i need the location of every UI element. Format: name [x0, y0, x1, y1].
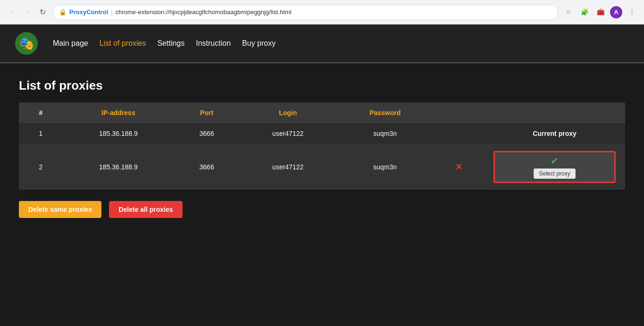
nav-instruction[interactable]: Instruction: [196, 39, 231, 48]
select-proxy-button[interactable]: Select proxy: [534, 168, 575, 179]
delete-all-proxies-button[interactable]: Delete all proxies: [109, 201, 182, 218]
reload-button[interactable]: ↻: [36, 6, 49, 19]
browser-actions: ☆ 🧩 🧰 A ⋮: [562, 6, 638, 19]
extensions-button[interactable]: 🧰: [594, 6, 607, 19]
table-row: 2 185.36.188.9 3666 user47122 suqm3n ✕ ✔…: [19, 144, 625, 190]
extension-name: ProxyControl: [69, 8, 108, 16]
bookmark-button[interactable]: ☆: [562, 6, 575, 19]
nav-buy-proxy[interactable]: Buy proxy: [242, 39, 276, 48]
address-url: chrome-extension://hjocpjdeacglfchomobaa…: [116, 8, 552, 16]
row2-ip: 185.36.188.9: [63, 144, 174, 190]
main-nav: Main page List of proxies Settings Instr…: [53, 39, 276, 48]
table-body: 1 185.36.188.9 3666 user47122 suqm3n Cur…: [19, 123, 625, 190]
table-row: 1 185.36.188.9 3666 user47122 suqm3n Cur…: [19, 123, 625, 144]
col-ip: IP-address: [63, 102, 174, 123]
row2-delete-cell: ✕: [434, 144, 484, 190]
row1-actions: [434, 123, 484, 144]
select-proxy-highlight: ✔ Select proxy: [493, 151, 616, 183]
forward-button[interactable]: →: [21, 6, 34, 19]
col-login: Login: [239, 102, 336, 123]
logo-icon: 🎭: [15, 32, 38, 55]
logo-container: 🎭: [15, 32, 38, 55]
nav-main-page[interactable]: Main page: [53, 39, 88, 48]
menu-button[interactable]: ⋮: [625, 6, 638, 19]
nav-buttons: ← → ↻: [6, 6, 49, 19]
col-password: Password: [336, 102, 434, 123]
row2-select-cell: ✔ Select proxy: [484, 144, 625, 190]
main-content: List of proxies # IP-address Port Login …: [0, 63, 644, 326]
delete-proxy-button[interactable]: ✕: [455, 162, 462, 172]
row1-ip: 185.36.188.9: [63, 123, 174, 144]
nav-list-of-proxies[interactable]: List of proxies: [100, 39, 146, 48]
col-num: #: [19, 102, 63, 123]
row1-password: suqm3n: [336, 123, 434, 144]
page-title: List of proxies: [19, 78, 625, 93]
row2-port: 3666: [174, 144, 239, 190]
col-port: Port: [174, 102, 239, 123]
extension-puzzle-button[interactable]: 🧩: [578, 6, 591, 19]
action-buttons: Delete same proxies Delete all proxies: [19, 201, 625, 218]
row1-num: 1: [19, 123, 63, 144]
profile-avatar[interactable]: A: [610, 6, 622, 18]
row2-num: 2: [19, 144, 63, 190]
table-header-row: # IP-address Port Login Password: [19, 102, 625, 123]
row1-login: user47122: [239, 123, 336, 144]
check-circle-icon: ✔: [551, 155, 559, 167]
separator: |: [111, 8, 112, 16]
back-button[interactable]: ←: [6, 6, 19, 19]
lock-icon: 🔒: [59, 8, 67, 16]
address-bar[interactable]: 🔒 ProxyControl | chrome-extension://hjoc…: [53, 5, 558, 20]
table-head: # IP-address Port Login Password: [19, 102, 625, 123]
row2-login: user47122: [239, 144, 336, 190]
col-select: [484, 102, 625, 123]
current-proxy-label: Current proxy: [484, 123, 625, 144]
proxy-table-container: # IP-address Port Login Password 1 185.3…: [19, 102, 625, 190]
row2-password: suqm3n: [336, 144, 434, 190]
browser-chrome: ← → ↻ 🔒 ProxyControl | chrome-extension:…: [0, 0, 644, 25]
nav-settings[interactable]: Settings: [157, 39, 184, 48]
row1-port: 3666: [174, 123, 239, 144]
col-actions: [434, 102, 484, 123]
delete-same-proxies-button[interactable]: Delete same proxies: [19, 201, 101, 218]
logo-mask: 🎭: [19, 36, 34, 51]
app-header: 🎭 Main page List of proxies Settings Ins…: [0, 25, 644, 63]
proxy-table: # IP-address Port Login Password 1 185.3…: [19, 102, 625, 190]
